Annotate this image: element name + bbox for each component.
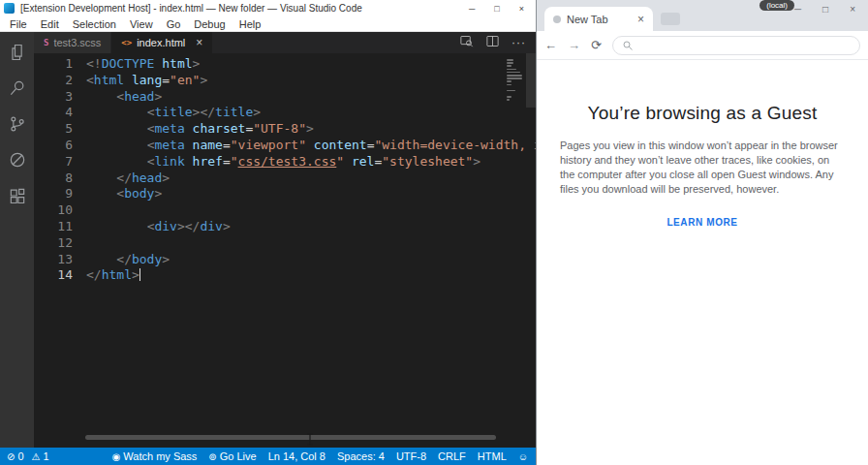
- browser-close-button[interactable]: ×: [839, 2, 866, 16]
- sass-icon: S: [44, 38, 48, 47]
- extensions-icon[interactable]: [7, 185, 28, 206]
- close-tab-icon[interactable]: ×: [196, 36, 202, 49]
- line-number: 8: [34, 170, 73, 187]
- forward-icon[interactable]: →: [568, 39, 580, 51]
- indentation-label: Spaces: 4: [337, 450, 385, 462]
- window-title: [Extension Development Host] - index.htm…: [20, 3, 362, 14]
- editor-actions: ···: [459, 32, 536, 53]
- menu-help[interactable]: Help: [232, 18, 268, 30]
- menu-selection[interactable]: Selection: [66, 18, 123, 30]
- code-line[interactable]: <!DOCTYPE html>: [86, 56, 536, 73]
- code-line[interactable]: <div></div>: [86, 219, 536, 235]
- code-line[interactable]: <link href="css/test3.css" rel="styleshe…: [86, 154, 536, 170]
- browser-tab-new-tab[interactable]: New Tab ×: [544, 7, 653, 31]
- explorer-icon[interactable]: [7, 42, 28, 63]
- mouse-cursor: [306, 432, 314, 450]
- new-tab-button[interactable]: [661, 13, 680, 25]
- code-line[interactable]: <title></title>: [86, 105, 536, 121]
- vscode-titlebar: [Extension Development Host] - index.htm…: [0, 0, 536, 16]
- code-line[interactable]: </head>: [86, 170, 536, 187]
- code-line[interactable]: </body>: [86, 252, 536, 268]
- code-editor[interactable]: 1234567891011121314 <!DOCTYPE html><html…: [34, 53, 536, 448]
- search-icon[interactable]: [7, 78, 28, 99]
- vscode-logo-icon: [4, 3, 15, 14]
- tab-test3.scss[interactable]: Stest3.scss: [34, 32, 111, 53]
- tab-label: index.html: [137, 37, 185, 48]
- learn-more-link[interactable]: LEARN MORE: [666, 217, 737, 228]
- favicon-placeholder-icon: [553, 16, 561, 23]
- debug-icon[interactable]: [7, 149, 28, 170]
- tab-label: test3.scss: [53, 37, 101, 48]
- line-number: 9: [34, 186, 73, 202]
- address-input[interactable]: [639, 40, 851, 51]
- language-mode-label: HTML: [478, 450, 507, 462]
- split-editor-icon[interactable]: [485, 34, 500, 52]
- reload-icon[interactable]: ⟳: [591, 39, 602, 51]
- code-line[interactable]: [86, 202, 536, 219]
- horizontal-scrollbar[interactable]: [85, 435, 496, 440]
- editor-group: Stest3.scss<>index.html× ··· 12345678910…: [34, 32, 536, 448]
- activity-bar: [0, 32, 34, 448]
- browser-window: New Tab × ─ □ × (local) ← → ⟳ You’re bro…: [536, 0, 868, 465]
- encoding-label: UTF-8: [396, 450, 426, 462]
- code-line[interactable]: <head>: [86, 89, 536, 106]
- line-number: 12: [34, 235, 73, 252]
- errors-icon: ⊘: [7, 451, 15, 462]
- minimize-button[interactable]: ─: [459, 4, 484, 14]
- source-control-icon[interactable]: [7, 113, 28, 135]
- tab-close-icon[interactable]: ×: [637, 13, 644, 26]
- tab-index.html[interactable]: <>index.html×: [111, 32, 213, 53]
- line-number: 10: [34, 202, 73, 219]
- maximize-button[interactable]: □: [484, 4, 509, 14]
- line-number-gutter: 1234567891011121314: [34, 56, 73, 448]
- go-live-icon: ⊚: [208, 451, 216, 462]
- more-actions-icon[interactable]: ···: [512, 36, 526, 49]
- browser-tab-title: New Tab: [567, 14, 608, 25]
- line-number: 7: [34, 154, 73, 170]
- status-indentation[interactable]: Spaces: 4: [337, 450, 385, 462]
- watch-my-sass-label: Watch my Sass: [123, 450, 197, 462]
- minimap[interactable]: [507, 57, 524, 101]
- status-watch-my-sass[interactable]: ◉Watch my Sass: [112, 450, 198, 462]
- code-area[interactable]: <!DOCTYPE html><html lang="en"> <head> <…: [86, 56, 536, 448]
- code-line[interactable]: <body>: [86, 186, 536, 202]
- menu-file[interactable]: File: [3, 18, 34, 30]
- code-line[interactable]: <meta name="viewport" content="width=dev…: [86, 138, 536, 154]
- address-search-icon: [622, 40, 634, 51]
- line-number: 5: [34, 121, 73, 138]
- status-warnings[interactable]: ⚠1: [32, 450, 49, 462]
- menu-view[interactable]: View: [123, 18, 160, 30]
- back-icon[interactable]: ←: [544, 39, 557, 51]
- line-number: 6: [34, 138, 73, 154]
- browser-maximize-button[interactable]: □: [812, 2, 839, 16]
- browser-viewport: You’re browsing as a Guest Pages you vie…: [537, 60, 868, 465]
- menu-debug[interactable]: Debug: [187, 18, 232, 30]
- status-cursor-position[interactable]: Ln 14, Col 8: [268, 450, 326, 462]
- browser-tab-strip: New Tab × ─ □ ×: [537, 0, 868, 31]
- code-line[interactable]: <html lang="en">: [86, 73, 536, 89]
- status-feedback[interactable]: ☺: [518, 451, 528, 462]
- code-line[interactable]: <meta charset="UTF-8">: [86, 121, 536, 138]
- go-live-label: Go Live: [220, 450, 257, 462]
- vertical-scrollbar[interactable]: [526, 53, 536, 108]
- code-line[interactable]: </html>: [86, 267, 536, 284]
- status-errors[interactable]: ⊘0: [7, 450, 24, 462]
- code-line[interactable]: [86, 235, 536, 252]
- vscode-window-controls: ─ □ ×: [459, 0, 534, 16]
- status-go-live[interactable]: ⊚Go Live: [208, 450, 256, 462]
- status-encoding[interactable]: UTF-8: [396, 450, 426, 462]
- status-bar: ⊘0⚠1 ◉Watch my Sass⊚Go LiveLn 14, Col 8S…: [0, 448, 536, 465]
- status-language-mode[interactable]: HTML: [478, 450, 507, 462]
- line-number: 14: [34, 267, 73, 284]
- status-eol[interactable]: CRLF: [438, 450, 466, 462]
- menu-edit[interactable]: Edit: [34, 18, 66, 30]
- line-number: 3: [34, 89, 73, 106]
- local-badge: (local): [760, 0, 794, 11]
- errors-label: 0: [17, 450, 23, 462]
- address-bar[interactable]: [612, 36, 860, 55]
- close-button[interactable]: ×: [510, 4, 534, 14]
- warnings-icon: ⚠: [32, 451, 41, 462]
- open-preview-icon[interactable]: [459, 34, 474, 52]
- line-number: 1: [34, 56, 73, 73]
- menu-go[interactable]: Go: [160, 18, 188, 30]
